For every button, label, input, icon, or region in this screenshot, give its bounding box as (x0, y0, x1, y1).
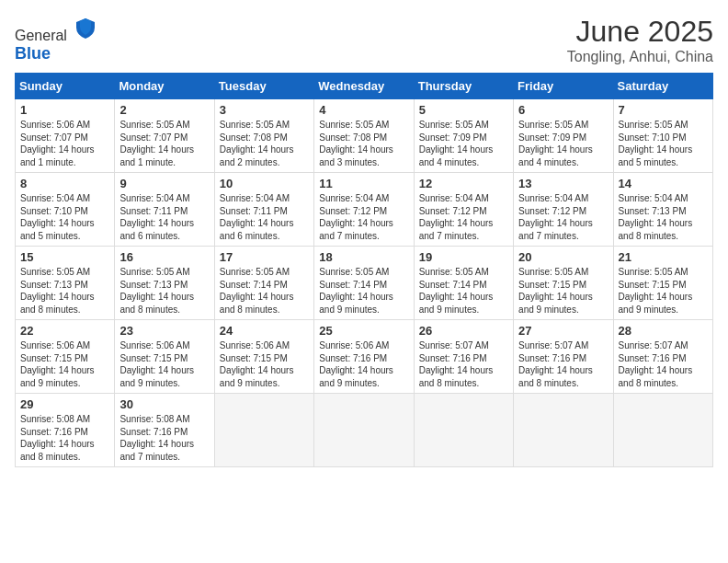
day-number: 24 (220, 324, 309, 338)
day-number: 25 (319, 324, 408, 338)
day-info: Sunrise: 5:04 AMSunset: 7:11 PMDaylight:… (119, 192, 209, 242)
calendar-day-cell: 16 Sunrise: 5:05 AMSunset: 7:13 PMDaylig… (115, 247, 214, 320)
day-number: 12 (419, 177, 508, 190)
calendar-day-cell (314, 394, 414, 467)
day-number: 4 (319, 103, 408, 117)
day-number: 17 (220, 250, 309, 264)
day-info: Sunrise: 5:05 AMSunset: 7:07 PMDaylight:… (119, 119, 209, 168)
day-info: Sunrise: 5:06 AMSunset: 7:07 PMDaylight:… (20, 119, 109, 168)
day-info: Sunrise: 5:06 AMSunset: 7:15 PMDaylight:… (119, 339, 209, 389)
calendar-day-cell: 13 Sunrise: 5:04 AMSunset: 7:12 PMDaylig… (514, 173, 613, 247)
calendar-day-cell: 14 Sunrise: 5:04 AMSunset: 7:13 PMDaylig… (613, 173, 712, 247)
day-info: Sunrise: 5:05 AMSunset: 7:13 PMDaylight:… (20, 266, 109, 316)
calendar-day-cell: 28 Sunrise: 5:07 AMSunset: 7:16 PMDaylig… (613, 320, 712, 394)
day-info: Sunrise: 5:04 AMSunset: 7:13 PMDaylight:… (619, 192, 708, 242)
calendar-day-cell: 2 Sunrise: 5:05 AMSunset: 7:07 PMDayligh… (115, 99, 214, 173)
day-number: 3 (220, 103, 309, 117)
day-info: Sunrise: 5:04 AMSunset: 7:10 PMDaylight:… (20, 192, 109, 242)
day-info: Sunrise: 5:04 AMSunset: 7:12 PMDaylight:… (419, 192, 508, 242)
calendar-day-cell (214, 394, 313, 467)
calendar-week-row: 29 Sunrise: 5:08 AMSunset: 7:16 PMDaylig… (16, 394, 713, 467)
day-info: Sunrise: 5:05 AMSunset: 7:10 PMDaylight:… (619, 119, 708, 168)
calendar-day-cell: 22 Sunrise: 5:06 AMSunset: 7:15 PMDaylig… (16, 320, 115, 394)
header-friday: Friday (514, 74, 613, 99)
calendar-week-row: 8 Sunrise: 5:04 AMSunset: 7:10 PMDayligh… (16, 173, 713, 247)
day-info: Sunrise: 5:06 AMSunset: 7:15 PMDaylight:… (20, 339, 109, 389)
day-info: Sunrise: 5:07 AMSunset: 7:16 PMDaylight:… (619, 339, 708, 389)
calendar-day-cell (613, 394, 712, 467)
calendar-day-cell: 6 Sunrise: 5:05 AMSunset: 7:09 PMDayligh… (514, 99, 613, 173)
day-number: 16 (119, 250, 209, 264)
calendar-day-cell: 5 Sunrise: 5:05 AMSunset: 7:09 PMDayligh… (414, 99, 513, 173)
day-info: Sunrise: 5:06 AMSunset: 7:15 PMDaylight:… (220, 339, 309, 389)
calendar-day-cell: 25 Sunrise: 5:06 AMSunset: 7:16 PMDaylig… (314, 320, 414, 394)
day-info: Sunrise: 5:05 AMSunset: 7:09 PMDaylight:… (518, 119, 608, 168)
day-info: Sunrise: 5:07 AMSunset: 7:16 PMDaylight:… (518, 339, 608, 389)
day-number: 22 (20, 324, 109, 338)
calendar-day-cell: 8 Sunrise: 5:04 AMSunset: 7:10 PMDayligh… (16, 173, 115, 247)
day-info: Sunrise: 5:05 AMSunset: 7:08 PMDaylight:… (319, 119, 408, 168)
day-number: 20 (518, 250, 608, 264)
day-info: Sunrise: 5:05 AMSunset: 7:08 PMDaylight:… (220, 119, 309, 168)
day-info: Sunrise: 5:08 AMSunset: 7:16 PMDaylight:… (119, 413, 209, 463)
day-number: 30 (119, 397, 209, 411)
day-number: 21 (619, 250, 708, 264)
day-number: 10 (220, 177, 309, 190)
day-number: 23 (119, 324, 209, 338)
calendar-day-cell: 20 Sunrise: 5:05 AMSunset: 7:15 PMDaylig… (514, 247, 613, 320)
logo: General Blue (15, 15, 98, 63)
title-area: June 2025 Tongling, Anhui, China (567, 15, 713, 65)
day-number: 2 (119, 103, 209, 117)
header: General Blue June 2025 Tongling, Anhui, … (15, 15, 713, 65)
calendar-day-cell: 19 Sunrise: 5:05 AMSunset: 7:14 PMDaylig… (414, 247, 513, 320)
calendar-day-cell: 23 Sunrise: 5:06 AMSunset: 7:15 PMDaylig… (115, 320, 214, 394)
calendar-day-cell: 26 Sunrise: 5:07 AMSunset: 7:16 PMDaylig… (414, 320, 513, 394)
header-saturday: Saturday (613, 74, 712, 99)
header-thursday: Thursday (414, 74, 513, 99)
day-info: Sunrise: 5:05 AMSunset: 7:09 PMDaylight:… (419, 119, 508, 168)
day-number: 19 (419, 250, 508, 264)
calendar-day-cell: 7 Sunrise: 5:05 AMSunset: 7:10 PMDayligh… (613, 99, 712, 173)
day-number: 27 (518, 324, 608, 338)
calendar-day-cell (414, 394, 513, 467)
logo-general-text: General (15, 28, 67, 43)
calendar-day-cell: 27 Sunrise: 5:07 AMSunset: 7:16 PMDaylig… (514, 320, 613, 394)
day-info: Sunrise: 5:05 AMSunset: 7:15 PMDaylight:… (619, 266, 708, 316)
header-tuesday: Tuesday (214, 74, 313, 99)
day-info: Sunrise: 5:08 AMSunset: 7:16 PMDaylight:… (20, 413, 109, 463)
day-info: Sunrise: 5:07 AMSunset: 7:16 PMDaylight:… (419, 339, 508, 389)
calendar-day-cell (514, 394, 613, 467)
header-wednesday: Wednesday (314, 74, 414, 99)
day-info: Sunrise: 5:05 AMSunset: 7:13 PMDaylight:… (119, 266, 209, 316)
calendar-day-cell: 29 Sunrise: 5:08 AMSunset: 7:16 PMDaylig… (16, 394, 115, 467)
weekday-header-row: Sunday Monday Tuesday Wednesday Thursday… (16, 74, 713, 99)
calendar-day-cell: 17 Sunrise: 5:05 AMSunset: 7:14 PMDaylig… (214, 247, 313, 320)
location-title: Tongling, Anhui, China (567, 49, 713, 65)
calendar-week-row: 1 Sunrise: 5:06 AMSunset: 7:07 PMDayligh… (16, 99, 713, 173)
calendar-day-cell: 12 Sunrise: 5:04 AMSunset: 7:12 PMDaylig… (414, 173, 513, 247)
month-title: June 2025 (567, 15, 713, 49)
day-info: Sunrise: 5:05 AMSunset: 7:14 PMDaylight:… (220, 266, 309, 316)
calendar-week-row: 22 Sunrise: 5:06 AMSunset: 7:15 PMDaylig… (16, 320, 713, 394)
header-monday: Monday (115, 74, 214, 99)
day-info: Sunrise: 5:05 AMSunset: 7:14 PMDaylight:… (419, 266, 508, 316)
calendar-day-cell: 3 Sunrise: 5:05 AMSunset: 7:08 PMDayligh… (214, 99, 313, 173)
day-number: 14 (619, 177, 708, 190)
day-number: 9 (119, 177, 209, 190)
day-number: 13 (518, 177, 608, 190)
calendar-day-cell: 4 Sunrise: 5:05 AMSunset: 7:08 PMDayligh… (314, 99, 414, 173)
day-number: 11 (319, 177, 408, 190)
day-info: Sunrise: 5:05 AMSunset: 7:15 PMDaylight:… (518, 266, 608, 316)
day-info: Sunrise: 5:06 AMSunset: 7:16 PMDaylight:… (319, 339, 408, 389)
logo-blue-text: Blue (15, 44, 51, 63)
day-info: Sunrise: 5:04 AMSunset: 7:11 PMDaylight:… (220, 192, 309, 242)
calendar-day-cell: 24 Sunrise: 5:06 AMSunset: 7:15 PMDaylig… (214, 320, 313, 394)
day-number: 8 (20, 177, 109, 190)
day-number: 5 (419, 103, 508, 117)
calendar-day-cell: 10 Sunrise: 5:04 AMSunset: 7:11 PMDaylig… (214, 173, 313, 247)
calendar-day-cell: 18 Sunrise: 5:05 AMSunset: 7:14 PMDaylig… (314, 247, 414, 320)
day-info: Sunrise: 5:05 AMSunset: 7:14 PMDaylight:… (319, 266, 408, 316)
calendar-day-cell: 11 Sunrise: 5:04 AMSunset: 7:12 PMDaylig… (314, 173, 414, 247)
day-number: 15 (20, 250, 109, 264)
calendar-day-cell: 9 Sunrise: 5:04 AMSunset: 7:11 PMDayligh… (115, 173, 214, 247)
